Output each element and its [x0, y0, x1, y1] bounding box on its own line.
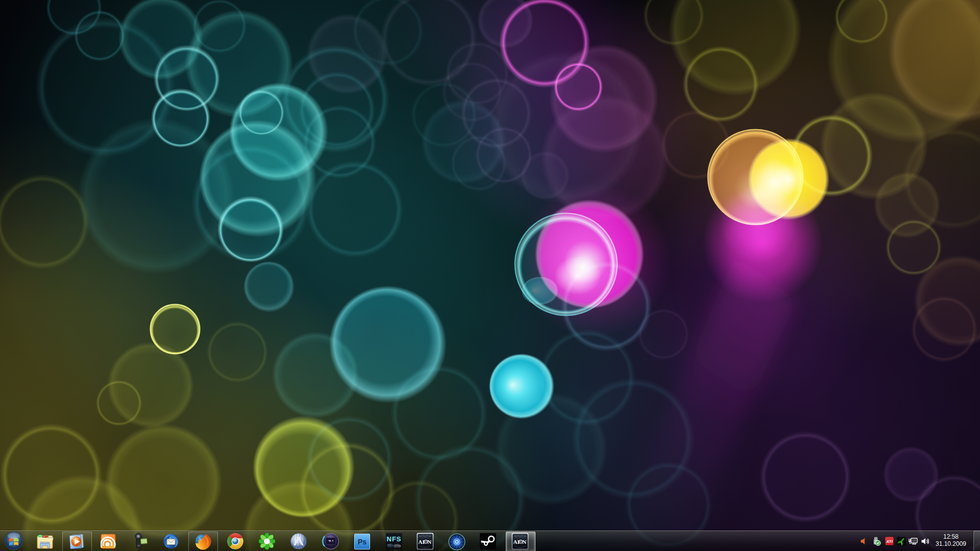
svg-text:Ps: Ps [358, 538, 366, 546]
svg-text:AI: AI [513, 539, 520, 545]
svg-text:N: N [522, 539, 526, 545]
svg-text:NFS: NFS [387, 535, 402, 543]
svg-text:ATI: ATI [886, 539, 893, 544]
svg-text:N: N [427, 539, 431, 545]
svg-text:AI: AI [419, 539, 425, 545]
